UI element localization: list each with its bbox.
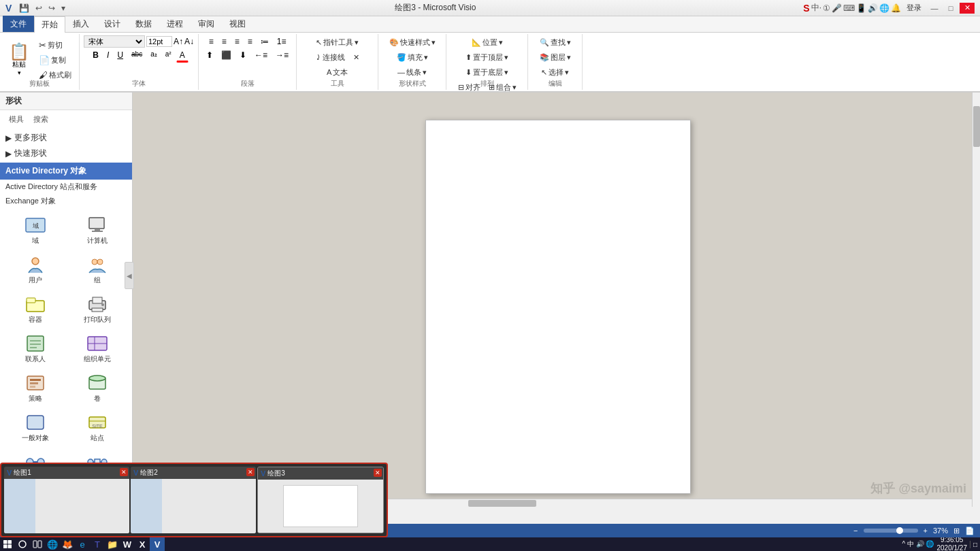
tab-close-3[interactable]: ✕ bbox=[374, 469, 382, 477]
firefox-icon[interactable]: 🦊 bbox=[60, 537, 75, 551]
subscript-button[interactable]: a₂ bbox=[147, 49, 161, 63]
active-directory-category[interactable]: Active Directory 对象 bbox=[0, 163, 132, 180]
shape-item[interactable]: 卷 bbox=[67, 370, 127, 407]
tab-insert[interactable]: 插入 bbox=[65, 16, 97, 32]
shape-item[interactable]: 组织单元 bbox=[67, 331, 127, 367]
customize-button[interactable]: ▾ bbox=[59, 3, 67, 14]
align-left-button[interactable]: ≡ bbox=[206, 35, 217, 48]
shape-item[interactable]: 用户 bbox=[5, 252, 65, 288]
cut-button[interactable]: ✂剪切 bbox=[35, 38, 75, 52]
select-button[interactable]: ↖选择▾ bbox=[538, 65, 572, 79]
zoom-in-button[interactable]: + bbox=[924, 527, 928, 535]
fill-button[interactable]: 🪣填充▾ bbox=[393, 50, 431, 64]
valign-top-button[interactable]: ⬆ bbox=[203, 49, 216, 61]
save-button[interactable]: 💾 bbox=[17, 3, 31, 14]
font-color-button[interactable]: A bbox=[176, 49, 189, 63]
layer-button[interactable]: 📚图层▾ bbox=[536, 50, 574, 64]
tab-process[interactable]: 进程 bbox=[159, 16, 191, 32]
list-button[interactable]: ≔ bbox=[257, 35, 272, 48]
tab-data[interactable]: 数据 bbox=[128, 16, 159, 32]
line-style-button[interactable]: —线条▾ bbox=[394, 65, 430, 79]
show-desktop-button[interactable]: □ bbox=[970, 541, 977, 548]
position-button[interactable]: 📐位置▾ bbox=[468, 35, 506, 49]
text-button[interactable]: A文本 bbox=[323, 65, 351, 79]
vertical-scroll-thumb[interactable] bbox=[973, 106, 980, 147]
cortana-button[interactable] bbox=[15, 537, 30, 551]
maximize-button[interactable]: □ bbox=[943, 3, 958, 14]
valign-middle-button[interactable]: ⬛ bbox=[218, 49, 235, 61]
font-increase-button[interactable]: A↑ bbox=[174, 37, 183, 46]
shape-item[interactable]: 打印队列 bbox=[67, 291, 127, 328]
tab-close-1[interactable]: ✕ bbox=[120, 468, 128, 476]
bring-to-front-button[interactable]: ⬆置于顶层▾ bbox=[462, 50, 512, 64]
fit-page-button[interactable]: ⊞ bbox=[953, 527, 960, 535]
sdwan-icon-2[interactable]: 中· bbox=[811, 2, 821, 14]
shape-item[interactable]: 域域 bbox=[5, 212, 65, 249]
tab-preview-2[interactable]: V 绘图2 ✕ bbox=[131, 467, 256, 533]
edge-icon[interactable]: 🌐 bbox=[45, 537, 60, 551]
font-size-input[interactable] bbox=[146, 36, 172, 47]
sdwan-icon-5[interactable]: ⌨ bbox=[843, 3, 855, 13]
tab-preview-1[interactable]: V 绘图1 ✕ bbox=[4, 467, 129, 533]
explorer-icon[interactable]: 📁 bbox=[105, 537, 120, 551]
ie-icon[interactable]: e bbox=[75, 537, 90, 551]
vertical-scrollbar[interactable] bbox=[972, 93, 980, 507]
start-button[interactable] bbox=[0, 537, 15, 551]
send-to-back-button[interactable]: ⬇置于底层▾ bbox=[462, 65, 512, 79]
shape-item[interactable]: 计算机 bbox=[67, 212, 127, 249]
strikethrough-button[interactable]: abc bbox=[128, 49, 146, 63]
indent-decrease-button[interactable]: ←≡ bbox=[251, 49, 271, 61]
zoom-slider[interactable] bbox=[864, 529, 918, 533]
ad-sites-services-subcategory[interactable]: Active Directory 站点和服务 bbox=[0, 180, 132, 194]
tab-design[interactable]: 设计 bbox=[97, 16, 128, 32]
panel-collapse-handle[interactable]: ◀ bbox=[125, 262, 134, 289]
login-button[interactable]: 登录 bbox=[906, 3, 921, 13]
underline-button[interactable]: U bbox=[114, 49, 127, 63]
shape-item[interactable]: 组 bbox=[67, 252, 127, 288]
excel-icon[interactable]: X bbox=[135, 537, 150, 551]
connection-line-button[interactable]: ⤸连接线 bbox=[312, 50, 348, 64]
find-button[interactable]: 🔍查找▾ bbox=[536, 35, 574, 49]
close-connection-button[interactable]: ✕ bbox=[350, 50, 363, 64]
sdwan-icon-9[interactable]: 🔔 bbox=[891, 3, 901, 13]
paste-button[interactable]: 📋 粘贴 ▾ bbox=[4, 39, 34, 80]
tab-review[interactable]: 审阅 bbox=[191, 16, 222, 32]
zoom-out-button[interactable]: − bbox=[853, 527, 858, 535]
copy-button[interactable]: 📄复制 bbox=[35, 53, 75, 67]
visio-taskbar-icon[interactable]: V bbox=[150, 537, 165, 551]
superscript-button[interactable]: a² bbox=[162, 49, 175, 63]
close-button[interactable]: ✕ bbox=[960, 3, 975, 14]
sdwan-icon-6[interactable]: 📱 bbox=[856, 3, 866, 13]
redo-button[interactable]: ↪ bbox=[46, 3, 57, 14]
more-shapes-button[interactable]: ▶ 更多形状 bbox=[0, 130, 132, 146]
systray-icons[interactable]: ^ 中 🔊 🌐 bbox=[902, 539, 934, 549]
numbered-list-button[interactable]: 1≡ bbox=[274, 35, 290, 48]
valign-bottom-button[interactable]: ⬇ bbox=[236, 49, 250, 61]
horizontal-scroll-thumb[interactable] bbox=[468, 500, 536, 507]
shape-item[interactable]: 一般对象 bbox=[5, 410, 65, 446]
tab-file[interactable]: 文件 bbox=[3, 16, 34, 32]
window-controls[interactable]: — □ ✕ bbox=[927, 3, 975, 14]
sdwan-icon-1[interactable]: S bbox=[803, 3, 809, 14]
shape-item[interactable]: 联系人 bbox=[5, 331, 65, 367]
align-center-button[interactable]: ≡ bbox=[218, 35, 230, 48]
shape-item[interactable]: 容器 bbox=[5, 291, 65, 328]
tab-view[interactable]: 视图 bbox=[222, 16, 253, 32]
exchange-objects-subcategory[interactable]: Exchange 对象 bbox=[0, 194, 132, 208]
undo-button[interactable]: ↩ bbox=[33, 3, 44, 14]
canvas-area[interactable] bbox=[133, 93, 972, 507]
font-family-select[interactable]: 宋体 bbox=[84, 35, 145, 48]
sdwan-icon-7[interactable]: 🔊 bbox=[868, 3, 878, 13]
pointer-tool-button[interactable]: ↖指针工具▾ bbox=[312, 35, 362, 49]
panel-search-button[interactable]: 搜索 bbox=[30, 113, 52, 126]
shape-item[interactable]: SITE站点 bbox=[67, 410, 127, 446]
tab-preview-3[interactable]: V 绘图3 ✕ bbox=[257, 467, 384, 533]
align-right-button[interactable]: ≡ bbox=[231, 35, 243, 48]
tab-home[interactable]: 开始 bbox=[34, 16, 65, 33]
sdwan-icon-4[interactable]: 🎤 bbox=[832, 3, 842, 13]
teams-icon[interactable]: T bbox=[90, 537, 105, 551]
quick-shapes-button[interactable]: ▶ 快速形状 bbox=[0, 146, 132, 161]
quick-styles-button[interactable]: 🎨快速样式▾ bbox=[386, 35, 439, 49]
indent-increase-button[interactable]: →≡ bbox=[272, 49, 292, 61]
panel-models-button[interactable]: 模具 bbox=[5, 113, 27, 126]
